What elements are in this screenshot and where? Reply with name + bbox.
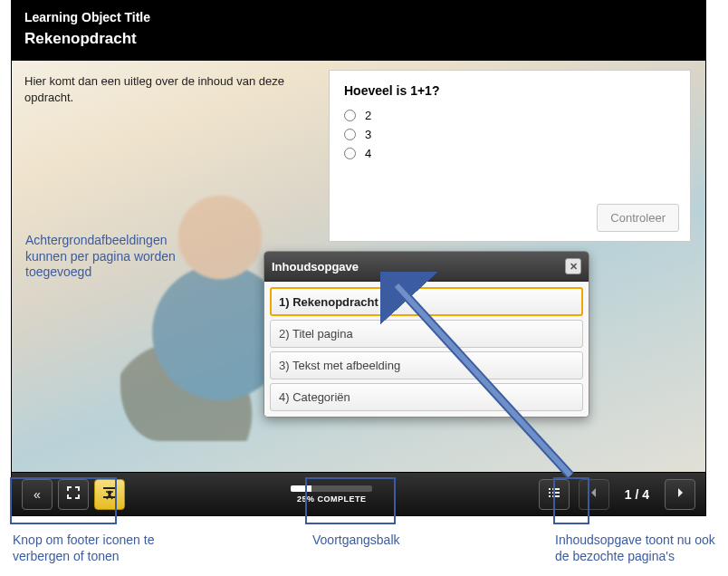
- arrow-right-icon: [674, 486, 686, 502]
- toc-item-label: 1) Rekenopdracht: [279, 295, 378, 309]
- arrow-left-icon: [588, 486, 600, 502]
- progress-bar: 25% COMPLETE: [128, 485, 536, 504]
- collapse-footer-button[interactable]: «: [22, 479, 53, 510]
- quiz-option-label: 2: [365, 109, 371, 122]
- toc-item-titel-pagina[interactable]: 2) Titel pagina: [270, 320, 583, 348]
- page-title: Rekenopdracht: [24, 30, 693, 48]
- quiz-radio[interactable]: [344, 148, 356, 159]
- header-bar: Learning Object Title Rekenopdracht: [12, 1, 705, 61]
- svg-rect-7: [549, 495, 551, 497]
- quiz-option[interactable]: 3: [344, 128, 675, 141]
- learning-object-title: Learning Object Title: [24, 10, 693, 24]
- quiz-option-label: 3: [365, 128, 371, 141]
- quiz-radio[interactable]: [344, 129, 356, 140]
- page-counter: 1 / 4: [616, 487, 658, 502]
- fullscreen-button[interactable]: [58, 479, 89, 510]
- visited-check-icon: [384, 294, 396, 309]
- annotation-progress: Voortgangsbalk: [312, 533, 400, 549]
- annotation-footer-toggle: Knop om footer iconen te verbergen of to…: [13, 533, 203, 564]
- toc-item-label: 4) Categoriën: [279, 390, 350, 404]
- fullscreen-icon: [66, 485, 81, 503]
- quiz-option-label: 4: [365, 147, 371, 160]
- progress-track: [291, 485, 372, 492]
- quiz-panel: Hoeveel is 1+1? 2 3 4 Controleer: [329, 70, 691, 242]
- prev-page-button[interactable]: [579, 479, 609, 510]
- accessibility-button[interactable]: [94, 479, 125, 510]
- list-icon: [547, 485, 561, 503]
- footer-bar: « 25% COMPLETE: [12, 472, 705, 515]
- annotation-bg-images: Achtergrondafbeeldingen kunnen per pagin…: [25, 233, 206, 281]
- svg-rect-4: [552, 488, 560, 490]
- quiz-question: Hoeveel is 1+1?: [344, 83, 675, 98]
- toc-item-categorien[interactable]: 4) Categoriën: [270, 383, 583, 411]
- check-button[interactable]: Controleer: [597, 204, 679, 232]
- svg-rect-5: [549, 492, 551, 494]
- svg-rect-6: [552, 492, 560, 494]
- toc-item-label: 3) Tekst met afbeelding: [279, 359, 400, 372]
- progress-label: 25% COMPLETE: [128, 494, 536, 504]
- toc-item-rekenopdracht[interactable]: 1) Rekenopdracht: [270, 287, 583, 316]
- toc-button[interactable]: [539, 479, 570, 510]
- pager: 1 / 4: [536, 479, 698, 510]
- toc-panel: Inhoudsopgave ✕ 1) Rekenopdracht 2) Tite…: [263, 251, 589, 418]
- quiz-radio[interactable]: [344, 110, 356, 121]
- accessibility-icon: [101, 485, 118, 504]
- close-icon[interactable]: ✕: [565, 258, 581, 274]
- svg-rect-3: [549, 488, 551, 490]
- toc-item-label: 2) Titel pagina: [279, 327, 353, 341]
- quiz-option[interactable]: 2: [344, 109, 675, 122]
- toc-header: Inhoudsopgave ✕: [264, 252, 589, 282]
- progress-fill: [291, 485, 311, 492]
- toc-body: 1) Rekenopdracht 2) Titel pagina 3) Teks…: [264, 282, 589, 417]
- annotation-toc-visited: Inhoudsopgave toont nu ook de bezochte p…: [555, 533, 723, 564]
- quiz-option[interactable]: 4: [344, 147, 675, 160]
- toc-item-tekst-afbeelding[interactable]: 3) Tekst met afbeelding: [270, 351, 583, 379]
- next-page-button[interactable]: [665, 479, 695, 510]
- svg-rect-8: [552, 495, 560, 497]
- description-text: Hier komt dan een uitleg over de inhoud …: [24, 73, 296, 105]
- toc-title: Inhoudsopgave: [272, 260, 359, 274]
